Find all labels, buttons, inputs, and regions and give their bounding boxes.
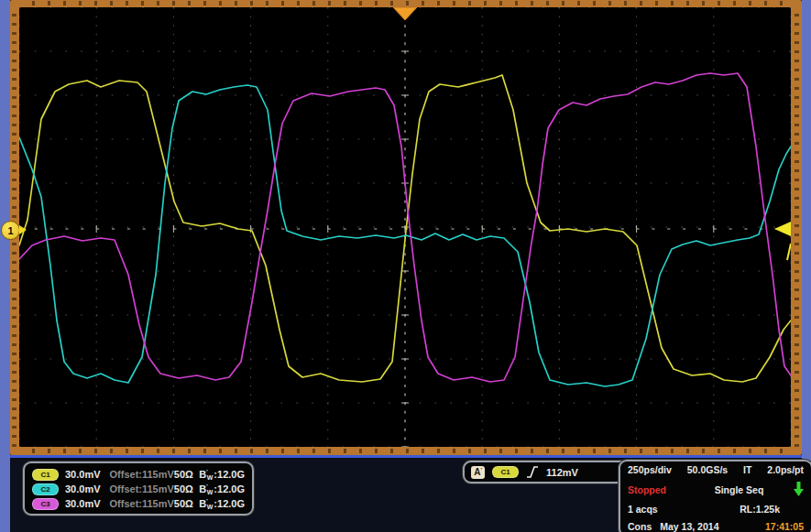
- channel-row-c1[interactable]: C1 30.0mV Offset:115mV 50Ω B′W:12.0G: [32, 467, 245, 482]
- frame-ticks-right: [795, 7, 799, 447]
- trigger-event-label: A: [474, 466, 480, 478]
- trigger-event-sup: ′: [480, 466, 481, 473]
- time: 17:41:05: [765, 521, 804, 532]
- window-edge-left: [0, 0, 10, 532]
- acquisition-readout-box[interactable]: 250ps/div 50.0GS/s IT 2.0ps/pt Stopped S…: [619, 460, 811, 532]
- channel-readout-box[interactable]: C1 30.0mV Offset:115mV 50Ω B′W:12.0G C2 …: [23, 461, 254, 516]
- acquisition-count: 1 acqs: [628, 504, 719, 515]
- rising-edge-icon: [526, 465, 539, 479]
- trigger-source-badge[interactable]: C1: [492, 466, 519, 478]
- arrow-down-icon: [794, 482, 804, 497]
- c1-offset: Offset:115mV: [110, 469, 174, 480]
- c3-bandwidth: B′W:12.0G: [199, 498, 245, 509]
- bw-sub: W: [207, 504, 214, 510]
- sampling-mode: IT: [743, 464, 751, 475]
- acq-count-row: 1 acqs RL:1.25k: [628, 504, 804, 515]
- window-edge-right: [802, 0, 811, 532]
- console-label: Cons: [628, 521, 652, 532]
- channel-row-c2[interactable]: C2 30.0mV Offset:115mV 50Ω B′W:12.0G: [32, 482, 245, 496]
- c3-impedance: 50Ω: [174, 498, 200, 509]
- horizontal-settings-row: 250ps/div 50.0GS/s IT 2.0ps/pt: [628, 464, 804, 475]
- c1-impedance: 50Ω: [174, 469, 200, 480]
- bw-sub: W: [207, 474, 214, 481]
- waveform-plot: [19, 7, 791, 447]
- channel-badge-c2[interactable]: C2: [32, 483, 59, 495]
- c2-scale: 30.0mV: [59, 483, 110, 494]
- waveform-display-area[interactable]: [19, 7, 791, 447]
- frame-ticks-bottom: [19, 449, 791, 453]
- c1-bandwidth: B′W:12.0G: [199, 469, 245, 480]
- channel1-reference-badge: 1: [1, 221, 20, 240]
- bw-sub: W: [207, 489, 214, 495]
- run-mode: Single Seq: [685, 484, 794, 495]
- acquisition-status: Stopped: [628, 484, 685, 495]
- channel1-reference-arrow-icon: [19, 225, 27, 234]
- bw-value: 12.0G: [217, 498, 245, 509]
- graticule-frame: [10, 0, 802, 455]
- oscilloscope-screen: 1 C1 30.0mV Offset:115mV 50Ω B′W:12.0G C…: [0, 0, 811, 532]
- trigger-level: 112mV: [546, 467, 578, 478]
- c3-scale: 30.0mV: [59, 498, 110, 509]
- channel-row-c3[interactable]: C3 30.0mV Offset:115mV 50Ω B′W:12.0G: [32, 496, 245, 511]
- c1-scale: 30.0mV: [59, 469, 110, 480]
- c3-offset: Offset:115mV: [110, 498, 174, 509]
- c2-offset: Offset:115mV: [110, 483, 174, 494]
- channel1-reference-marker[interactable]: 1: [1, 220, 28, 240]
- record-length: RL:1.25k: [740, 504, 804, 515]
- bw-value: 12.0G: [217, 469, 245, 480]
- sample-rate: 50.0GS/s: [687, 464, 728, 475]
- frame-ticks-top: [19, 1, 791, 5]
- trigger-event-badge: A′: [471, 466, 485, 479]
- date-time-row: Cons May 13, 2014 17:41:05: [628, 521, 804, 532]
- run-status-row: Stopped Single Seq: [628, 482, 804, 497]
- trigger-readout-box[interactable]: A′ C1 112mV: [463, 461, 635, 483]
- c2-bandwidth: B′W:12.0G: [199, 483, 245, 494]
- c2-impedance: 50Ω: [174, 483, 200, 494]
- channel-badge-c1[interactable]: C1: [32, 469, 59, 481]
- bw-value: 12.0G: [217, 483, 245, 494]
- timebase: 250ps/div: [628, 464, 672, 475]
- status-bar: C1 30.0mV Offset:115mV 50Ω B′W:12.0G C2 …: [10, 458, 802, 532]
- resolution: 2.0ps/pt: [767, 464, 804, 475]
- channel-badge-c3[interactable]: C3: [32, 498, 59, 510]
- date: May 13, 2014: [660, 521, 718, 532]
